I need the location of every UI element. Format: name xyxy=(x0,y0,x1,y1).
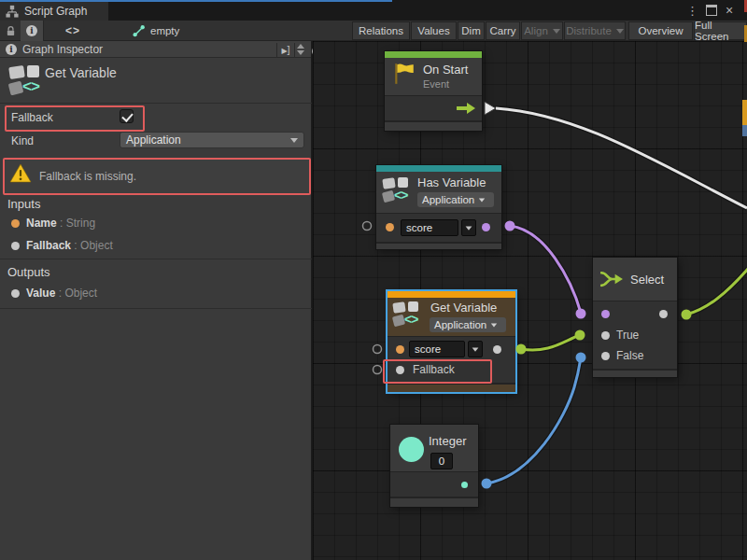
carry-label: Carry xyxy=(489,25,515,36)
select-icon xyxy=(600,269,624,289)
input-row-fallback: Fallback : Object xyxy=(26,239,113,252)
scroll-up-icon[interactable] xyxy=(297,44,304,49)
divider xyxy=(0,103,312,104)
overview-button[interactable]: Overview xyxy=(628,21,693,40)
chevron-down-icon xyxy=(616,29,624,34)
warning-icon xyxy=(9,163,32,184)
chevron-down-icon xyxy=(290,138,298,143)
graph-canvas[interactable] xyxy=(313,41,747,560)
inspector-toggle-button[interactable]: i xyxy=(21,21,44,41)
node-integer[interactable]: Integer 0 xyxy=(390,425,478,507)
node-title: Select xyxy=(630,273,664,287)
values-label: Values xyxy=(417,25,449,36)
node-footer xyxy=(593,370,677,377)
port-dot-gray xyxy=(11,242,20,250)
port-name: Name xyxy=(26,217,57,230)
angle-brackets-glyph: <> xyxy=(394,188,407,203)
dim-button[interactable]: Dim xyxy=(458,21,485,40)
node-has-variable[interactable]: <> Has Variable Application score xyxy=(376,165,501,249)
fallback-input-port[interactable] xyxy=(396,366,404,374)
node-get-variable[interactable]: <> Get Variable Application score Fallba… xyxy=(388,291,515,392)
overview-label: Overview xyxy=(639,25,684,36)
input-row-name: Name : String xyxy=(26,217,95,230)
integer-icon xyxy=(399,437,424,462)
window-menu-button[interactable]: ⋮ xyxy=(686,0,701,21)
result-output-port[interactable] xyxy=(482,223,490,231)
relations-button[interactable]: Relations xyxy=(352,21,410,40)
values-button[interactable]: Values xyxy=(411,21,457,40)
chevron-down-icon xyxy=(472,347,479,351)
divider xyxy=(0,308,312,309)
node-title: Has Variable xyxy=(417,175,486,189)
offscreen-node-sliver xyxy=(742,125,747,136)
full-screen-label: Full Screen xyxy=(695,20,746,42)
variable-kind-dropdown[interactable]: Application xyxy=(430,317,506,332)
control-output-arrow-icon[interactable] xyxy=(456,102,476,115)
node-on-start[interactable]: On Start Event xyxy=(385,51,482,131)
node-footer xyxy=(385,121,482,131)
variables-icon: <> xyxy=(383,177,411,205)
port-sep: : xyxy=(57,217,66,230)
false-port-label: False xyxy=(616,349,643,362)
value-output-port[interactable] xyxy=(461,482,468,488)
inspector-title: Graph Inspector xyxy=(22,43,103,56)
divider xyxy=(0,259,312,259)
value-output-port[interactable] xyxy=(493,345,501,354)
variable-name-field[interactable]: score xyxy=(401,219,458,236)
condition-input-port[interactable] xyxy=(601,310,610,318)
selection-output-port[interactable] xyxy=(659,310,668,318)
variable-name-value: score xyxy=(415,343,441,355)
graph-toolbar: i <> empty Zoom 1x Relations Values Dim … xyxy=(0,21,747,41)
script-graph-window: Script Graph ⋮ × i <> empty Zoom xyxy=(0,0,747,560)
info-icon: i xyxy=(26,25,37,36)
name-input-port[interactable] xyxy=(396,345,404,354)
fallback-checkbox[interactable] xyxy=(120,109,134,123)
variable-name-field[interactable]: score xyxy=(409,341,465,357)
inputs-heading: Inputs xyxy=(7,197,40,211)
kebab-menu-icon: ⋮ xyxy=(686,4,698,18)
integer-value-field[interactable]: 0 xyxy=(430,453,453,469)
maximize-button[interactable] xyxy=(706,0,721,21)
carry-button[interactable]: Carry xyxy=(486,21,520,40)
code-preview-button[interactable]: <> xyxy=(54,21,92,41)
variable-name-dropdown[interactable] xyxy=(461,219,476,236)
kind-value: Application xyxy=(126,133,181,147)
true-input-port[interactable] xyxy=(601,331,610,340)
maximize-icon xyxy=(706,5,717,16)
align-button[interactable]: Align xyxy=(521,21,563,40)
variables-icon: <> xyxy=(393,301,421,329)
node-color-bar xyxy=(385,51,482,58)
collapse-bracket: ] xyxy=(288,44,290,55)
tab-label: Script Graph xyxy=(24,5,87,18)
full-screen-button[interactable]: Full Screen xyxy=(694,21,747,40)
node-select[interactable]: Select True False xyxy=(593,258,677,377)
kind-dropdown[interactable]: Application xyxy=(120,132,304,148)
lock-button[interactable] xyxy=(0,21,21,41)
close-button[interactable]: × xyxy=(726,0,740,21)
scroll-down-icon[interactable] xyxy=(297,50,304,55)
chevron-down-icon xyxy=(479,198,485,202)
node-footer xyxy=(376,243,501,249)
unit-title: Get Variable xyxy=(45,65,117,80)
name-input-port[interactable] xyxy=(386,223,394,231)
node-body: score xyxy=(376,214,501,242)
distribute-button[interactable]: Distribute xyxy=(564,21,626,40)
variable-kind-dropdown[interactable]: Application xyxy=(417,192,494,207)
node-footer xyxy=(390,497,478,507)
breadcrumb-empty[interactable]: empty xyxy=(133,21,189,41)
false-input-port[interactable] xyxy=(601,352,610,360)
align-label: Align xyxy=(524,25,548,36)
flag-icon xyxy=(392,62,416,86)
port-type: Object xyxy=(64,287,97,300)
tab-bar: Script Graph ⋮ × xyxy=(0,0,747,21)
variable-name-dropdown[interactable] xyxy=(468,341,483,357)
port-type: Object xyxy=(80,239,113,252)
port-sep: : xyxy=(71,239,80,252)
tab-script-graph[interactable]: Script Graph xyxy=(0,2,108,21)
graph-inspector-panel: i Graph Inspector ▶] <> Get Variable Fal… xyxy=(0,41,312,560)
collapse-panel-icon[interactable]: ▶] xyxy=(276,43,295,57)
node-header: On Start Event xyxy=(385,58,482,95)
check-icon xyxy=(121,110,134,122)
graph-link-icon xyxy=(133,24,146,37)
node-header: <> Has Variable Application xyxy=(376,172,501,213)
